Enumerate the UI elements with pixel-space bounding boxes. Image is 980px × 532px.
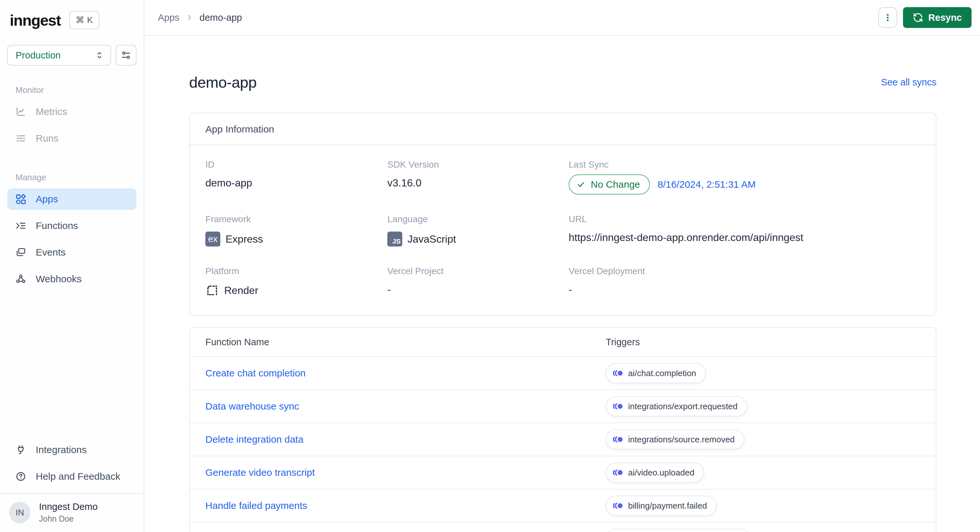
field-vercel-deployment: Vercel Deployment - [569,266,920,297]
field-last-sync: Last Sync No Change 8/16/2024, 2:51:31 A… [569,159,920,195]
environment-select[interactable]: Production [7,45,111,66]
table-row: Delete integration data integrations/sou… [190,422,936,456]
sidebar-item-integrations[interactable]: Integrations [7,439,137,461]
event-trigger-icon [613,403,623,410]
sidebar-item-metrics[interactable]: Metrics [7,101,137,122]
chevron-right-icon [185,13,194,22]
events-windows-icon [15,246,27,258]
function-link[interactable]: Create chat completion [205,368,606,379]
trigger-badge: ai/chat.completion [606,363,706,383]
trigger-badge: integrations/source.removed [606,429,745,449]
webhook-icon [15,273,27,285]
see-all-syncs-link[interactable]: See all syncs [881,77,937,88]
breadcrumb-current: demo-app [199,12,242,23]
trigger-badge: ai/video.uploaded [606,462,704,483]
event-trigger-icon [613,469,623,476]
event-trigger-icon [613,436,623,443]
sidebar-item-events[interactable]: Events [7,241,137,263]
breadcrumb: Apps demo-app [158,12,242,23]
help-circle-icon [15,471,27,482]
column-triggers: Triggers [606,337,920,348]
app-information-title: App Information [190,113,936,145]
plug-icon [15,444,27,456]
content-scroll-area[interactable]: demo-app See all syncs App Information I… [144,36,980,532]
command-icon: ⌘ [76,15,84,25]
function-link[interactable]: Data warehouse sync [205,401,606,412]
field-framework: Framework ex Express [205,214,387,246]
functions-table-header: Function Name Triggers [190,328,936,356]
function-link[interactable]: Handle failed payments [205,500,606,511]
app-information-card: App Information ID demo-app SDK Version … [189,113,937,316]
express-icon: ex [205,232,220,246]
sidebar-item-webhooks[interactable]: Webhooks [7,268,137,290]
main-area: Apps demo-app [144,0,980,532]
sidebar-section-manage: Manage [16,173,137,183]
page-title: demo-app [189,73,257,91]
apps-grid-icon [15,193,27,205]
field-vercel-project: Vercel Project - [387,266,569,297]
function-link[interactable]: Delete integration data [205,434,606,445]
sidebar: inngest ⌘ K Production [0,0,144,532]
trigger-badge: billing/payment.failed [606,495,717,516]
environment-value: Production [16,50,61,61]
trigger-badge: integrations/export.requested [606,396,747,416]
resync-button[interactable]: Resync [903,7,972,28]
table-row: Import data pipeline integrations/source… [190,522,936,532]
avatar: IN [9,502,30,523]
runs-list-icon [15,132,27,144]
sidebar-section-monitor: Monitor [16,85,137,95]
user-menu[interactable]: IN Inngest Demo John Doe [7,494,137,532]
table-row: Create chat completion ai/chat.completio… [190,356,936,389]
table-row: Handle failed payments billing/payment.f… [190,489,936,522]
line-chart-icon [15,106,27,118]
brand-row: inngest ⌘ K [7,11,137,29]
field-sdk-version: SDK Version v3.16.0 [387,159,569,195]
user-org: Inngest Demo [39,502,98,512]
chevron-up-down-icon [94,50,105,60]
table-row: Generate video transcript ai/video.uploa… [190,456,936,489]
no-change-badge: No Change [569,175,650,195]
sidebar-item-functions[interactable]: Functions [7,215,137,237]
sidebar-item-apps[interactable]: Apps [7,188,137,210]
sidebar-item-runs[interactable]: Runs [7,128,137,149]
resync-icon [913,12,923,23]
breadcrumb-apps[interactable]: Apps [158,12,179,23]
check-icon [576,180,585,189]
field-id: ID demo-app [205,159,387,195]
kebab-icon [883,13,892,22]
field-language: Language JS JavaScript [387,214,569,246]
inngest-logo: inngest [10,11,61,29]
sidebar-item-help[interactable]: Help and Feedback [7,466,137,487]
event-trigger-icon [613,502,623,509]
command-k-shortcut[interactable]: ⌘ K [69,11,99,29]
table-row: Data warehouse sync integrations/export.… [190,389,936,422]
field-url: URL https://inngest-demo-app.onrender.co… [569,214,920,246]
javascript-icon: JS [387,232,402,246]
render-icon [205,284,219,297]
field-platform: Platform Render [205,266,387,297]
event-trigger-icon [613,370,623,377]
functions-icon [15,220,27,232]
environment-filter-button[interactable] [116,45,137,66]
topbar: Apps demo-app [144,0,980,36]
last-sync-date-link[interactable]: 8/16/2024, 2:51:31 AM [658,179,756,190]
column-function-name: Function Name [205,337,606,348]
functions-table-card: Function Name Triggers Create chat compl… [189,327,937,532]
function-link[interactable]: Generate video transcript [205,467,606,478]
app-actions-menu-button[interactable] [878,7,897,28]
user-name: John Doe [39,514,98,524]
trigger-badge: integrations/source.connected [606,529,751,532]
sliders-icon [121,50,132,61]
